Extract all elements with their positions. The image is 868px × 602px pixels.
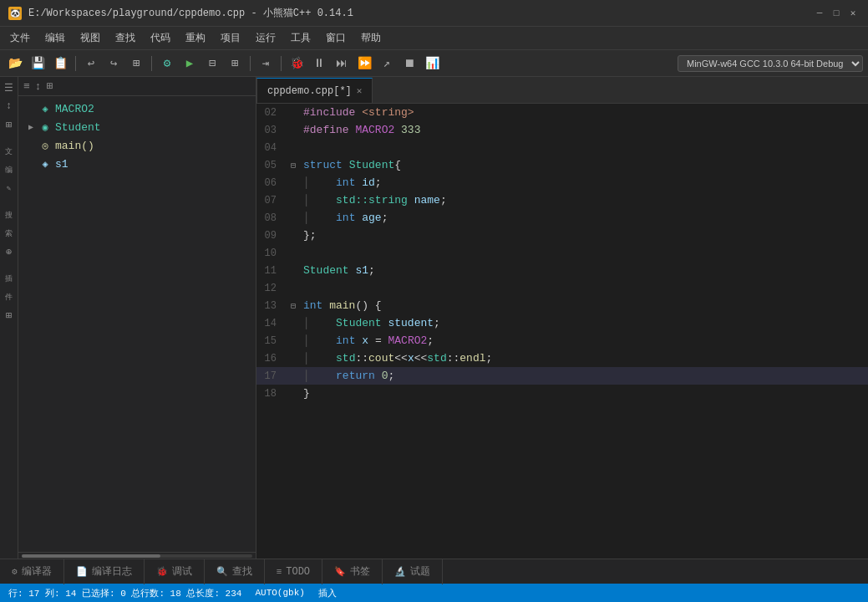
sidebar-expand-btn[interactable]: ↕ [35, 80, 42, 93]
sidebar-icon-c2[interactable]: 件 [2, 289, 17, 304]
sidebar-icon-b3[interactable]: ⊕ [2, 244, 17, 259]
sidebar-item-main[interactable]: ◎ main() [18, 136, 256, 155]
bottom-tab-trial[interactable]: 🔬 试题 [383, 559, 443, 584]
tb-debug5-btn[interactable]: ↗ [377, 54, 397, 74]
sidebar-sort-btn[interactable]: ≡ [23, 80, 30, 93]
bottom-tab-bookmark[interactable]: 🔖 书签 [322, 559, 383, 584]
student-icon: ◉ [39, 121, 51, 134]
tb-debug1-btn[interactable]: 🐞 [287, 54, 307, 74]
sidebar-icon-c1[interactable]: 插 [2, 271, 17, 286]
sidebar-icon-sort[interactable]: ↕ [2, 99, 17, 114]
line-num-08: 08 [256, 212, 287, 224]
code-content-03[interactable]: #define MACRO2 333 [300, 124, 420, 136]
sidebar-icon-a2[interactable]: 编 [2, 162, 17, 177]
code-content-09[interactable]: }; [300, 229, 317, 242]
bottom-tab-compilelog[interactable]: 📄 编译日志 [64, 559, 145, 584]
code-content-12[interactable] [300, 282, 310, 294]
code-content-16[interactable]: │ std::cout<<x<<std::endl; [300, 352, 492, 365]
tb-save-btn[interactable]: 💾 [28, 54, 48, 74]
code-content-17[interactable]: │ return 0; [300, 370, 394, 382]
status-encoding: AUTO(gbk) [255, 588, 304, 598]
sidebar-icon-a1[interactable]: 文 [2, 144, 17, 159]
menu-item-代码[interactable]: 代码 [144, 29, 177, 47]
code-content-07[interactable]: │ std::string name; [300, 194, 447, 207]
menu-item-重构[interactable]: 重构 [179, 29, 212, 47]
tb-debug3-btn[interactable]: ⏭ [332, 54, 352, 74]
minimize-button[interactable]: ─ [813, 7, 826, 20]
tb-debug2-btn[interactable]: ⏸ [309, 54, 329, 74]
tab-cppdemo[interactable]: cppdemo.cpp[*] ✕ [256, 78, 373, 103]
code-content-06[interactable]: │ int id; [300, 176, 382, 189]
fold-gutter-05[interactable]: ⊟ [287, 161, 300, 171]
menu-item-工具[interactable]: 工具 [284, 29, 317, 47]
bottom-tab-search[interactable]: 🔍 查找 [205, 559, 265, 584]
code-content-04[interactable] [300, 141, 310, 154]
tb-saveas-btn[interactable]: 📋 [50, 54, 70, 74]
tb-something-btn[interactable]: ⊞ [126, 54, 146, 74]
tab-close-btn[interactable]: ✕ [357, 85, 363, 96]
sep3 [250, 56, 251, 71]
bottom-tab-compiler[interactable]: ⚙ 编译器 [0, 559, 64, 584]
sidebar-icon-outline[interactable]: ☰ [2, 80, 17, 95]
menu-item-编辑[interactable]: 编辑 [38, 29, 72, 47]
tb-profile-btn[interactable]: 📊 [422, 54, 442, 74]
bottom-tab-todo[interactable]: ≡ TODO [265, 559, 322, 584]
sidebar-scrollbar-thumb[interactable] [22, 554, 160, 558]
tb-debug4-btn[interactable]: ⏩ [354, 54, 374, 74]
bottom-tab-debug[interactable]: 🐞 调试 [145, 559, 205, 584]
sidebar-icon-c3[interactable]: ⊞ [2, 308, 17, 323]
status-position: 行: 17 列: 14 已选择: 0 总行数: 18 总长度: 234 [8, 587, 241, 599]
todo-icon: ≡ [277, 567, 282, 577]
menu-item-查找[interactable]: 查找 [109, 29, 142, 47]
tb-open-btn[interactable]: 📂 [5, 54, 25, 74]
debug-tab-label: 调试 [172, 564, 192, 579]
menu-item-视图[interactable]: 视图 [74, 29, 107, 47]
line-num-16: 16 [256, 353, 287, 365]
compiler-selector[interactable]: MinGW-w64 GCC 10.3.0 64-bit Debug [678, 55, 863, 72]
tb-undo-btn[interactable]: ↩ [81, 54, 101, 74]
editor-content[interactable]: 02 #include <string> 03 #define MACRO2 3… [256, 104, 868, 559]
sidebar-filter-btn[interactable]: ⊞ [47, 79, 53, 93]
sidebar-icon-grid[interactable]: ⊞ [2, 117, 17, 132]
tb-run-btn[interactable]: ▶ [180, 54, 200, 74]
menu-item-窗口[interactable]: 窗口 [319, 29, 353, 47]
sidebar-item-macro2[interactable]: ◈ MACRO2 [18, 99, 256, 118]
menu-item-帮助[interactable]: 帮助 [354, 29, 388, 47]
student-label: Student [55, 121, 101, 134]
sidebar-icon-b2[interactable]: 索 [2, 226, 17, 241]
code-line-18: 18 } [256, 385, 868, 402]
line-num-04: 04 [256, 142, 287, 154]
app-icon: 🐼 [8, 7, 22, 20]
sidebar-scrollbar[interactable] [18, 552, 256, 559]
menu-item-项目[interactable]: 项目 [214, 29, 247, 47]
fold-gutter-13[interactable]: ⊟ [287, 301, 300, 311]
tb-indent-btn[interactable]: ⇥ [256, 54, 276, 74]
code-content-02[interactable]: #include <string> [300, 106, 414, 119]
tb-compilegui-btn[interactable]: ⊟ [202, 54, 222, 74]
macro2-label: MACRO2 [55, 103, 94, 115]
sidebar-item-s1[interactable]: ◈ s1 [18, 155, 256, 173]
code-content-13[interactable]: int main() { [300, 299, 382, 312]
tb-debug6-btn[interactable]: ⏹ [399, 54, 419, 74]
code-content-14[interactable]: │ Student student; [300, 317, 440, 329]
code-content-10[interactable] [300, 247, 310, 259]
maximize-button[interactable]: □ [830, 7, 843, 20]
line-num-12: 12 [256, 283, 287, 294]
main-layout: ☰ ↕ ⊞ 文 编 ✎ 搜 索 ⊕ 插 件 ⊞ ≡ ↕ ⊞ ◈ MACRO2 [0, 77, 868, 559]
sidebar-item-student[interactable]: ▶ ◉ Student [18, 118, 256, 136]
menu-item-运行[interactable]: 运行 [249, 29, 282, 47]
code-content-18[interactable]: } [300, 387, 310, 400]
sidebar-icon-b1[interactable]: 搜 [2, 207, 17, 222]
code-content-05[interactable]: struct Student{ [300, 159, 401, 171]
tb-grid-btn[interactable]: ⊞ [225, 54, 245, 74]
code-content-08[interactable]: │ int age; [300, 212, 388, 224]
tb-redo-btn[interactable]: ↪ [104, 54, 124, 74]
code-line-05: 05 ⊟ struct Student{ [256, 156, 868, 174]
close-button[interactable]: ✕ [846, 7, 860, 20]
code-content-11[interactable]: Student s1; [300, 264, 375, 277]
trial-icon: 🔬 [394, 566, 406, 577]
menu-item-文件[interactable]: 文件 [3, 29, 37, 47]
sidebar-icon-a3[interactable]: ✎ [2, 181, 17, 196]
tb-compile-run-btn[interactable]: ⚙ [157, 54, 177, 74]
code-content-15[interactable]: │ int x = MACRO2; [300, 334, 434, 347]
